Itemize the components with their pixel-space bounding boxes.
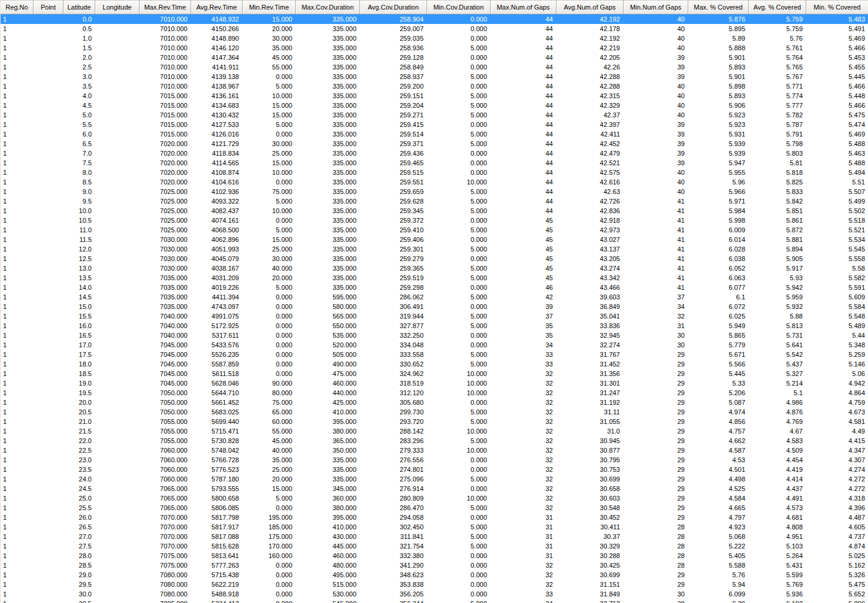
cell-max_cov_duration[interactable]: 535.000 xyxy=(296,331,360,340)
cell-latitude[interactable]: 14.5 xyxy=(63,292,95,302)
cell-avg_num_gaps[interactable]: 39.603 xyxy=(557,292,624,302)
cell-avg_rev_time[interactable]: 5800.658 xyxy=(191,493,243,503)
cell-max_pct_covered[interactable]: 4.923 xyxy=(688,522,749,532)
column-header-min_cov_duration[interactable]: Min.Cov.Duration xyxy=(427,0,491,14)
cell-max_cov_duration[interactable]: 335.000 xyxy=(296,465,360,474)
cell-avg_num_gaps[interactable]: 31.0 xyxy=(557,426,624,436)
cell-avg_pct_covered[interactable]: 5.777 xyxy=(749,101,806,110)
cell-min_pct_covered[interactable]: 5.584 xyxy=(806,302,868,311)
cell-min_num_gaps[interactable]: 29 xyxy=(624,407,688,417)
cell-min_rev_time[interactable]: 0.000 xyxy=(243,321,296,331)
cell-min_num_gaps[interactable]: 29 xyxy=(624,398,688,407)
cell-avg_num_gaps[interactable]: 30.603 xyxy=(557,493,624,503)
cell-min_cov_duration[interactable]: 0.000 xyxy=(427,254,491,263)
cell-longitude[interactable] xyxy=(95,522,140,532)
cell-avg_cov_duration[interactable]: 259.371 xyxy=(360,139,427,149)
cell-max_rev_time[interactable]: 7035.000 xyxy=(140,283,191,292)
cell-max_pct_covered[interactable]: 6.025 xyxy=(688,311,749,321)
cell-max_rev_time[interactable]: 7020.000 xyxy=(140,139,191,149)
cell-min_rev_time[interactable]: 75.000 xyxy=(243,398,296,407)
cell-reg_no[interactable]: 1 xyxy=(1,426,34,436)
cell-max_cov_duration[interactable]: 335.000 xyxy=(296,53,360,62)
cell-avg_rev_time[interactable]: 4139.138 xyxy=(191,72,243,81)
table-row[interactable]: 123.07060.0005766.72835.000335.000276.55… xyxy=(1,455,868,465)
cell-avg_rev_time[interactable]: 5817.798 xyxy=(191,513,243,522)
cell-reg_no[interactable]: 1 xyxy=(1,446,34,455)
cell-min_cov_duration[interactable]: 0.000 xyxy=(427,302,491,311)
cell-longitude[interactable] xyxy=(95,273,140,283)
cell-longitude[interactable] xyxy=(95,120,140,129)
cell-reg_no[interactable]: 1 xyxy=(1,91,34,101)
cell-avg_pct_covered[interactable]: 5.917 xyxy=(749,263,806,273)
cell-max_cov_duration[interactable]: 335.000 xyxy=(296,244,360,254)
cell-max_cov_duration[interactable]: 335.000 xyxy=(296,110,360,120)
table-row[interactable]: 119.57050.0005644.71080.000440.000312.12… xyxy=(1,388,868,398)
cell-avg_pct_covered[interactable]: 5.791 xyxy=(749,129,806,139)
cell-min_num_gaps[interactable]: 40 xyxy=(624,34,688,43)
table-row[interactable]: 124.07060.0005787.18020.000335.000275.09… xyxy=(1,474,868,484)
cell-avg_rev_time[interactable]: 5787.180 xyxy=(191,474,243,484)
cell-point[interactable] xyxy=(34,426,63,436)
cell-avg_rev_time[interactable]: 5715.471 xyxy=(191,426,243,436)
cell-longitude[interactable] xyxy=(95,340,140,350)
cell-min_cov_duration[interactable]: 0.000 xyxy=(427,168,491,177)
cell-latitude[interactable]: 6.5 xyxy=(63,139,95,149)
cell-point[interactable] xyxy=(34,263,63,273)
cell-max_pct_covered[interactable]: 5.222 xyxy=(688,541,749,551)
cell-avg_pct_covered[interactable]: 4.573 xyxy=(749,503,806,513)
cell-point[interactable] xyxy=(34,455,63,465)
cell-min_num_gaps[interactable]: 41 xyxy=(624,283,688,292)
cell-min_cov_duration[interactable]: 5.000 xyxy=(427,311,491,321)
cell-avg_num_gaps[interactable]: 30.425 xyxy=(557,560,624,570)
cell-min_pct_covered[interactable]: 5.06 xyxy=(806,369,868,378)
cell-max_rev_time[interactable]: 7080.000 xyxy=(140,570,191,580)
cell-avg_num_gaps[interactable]: 32.274 xyxy=(557,340,624,350)
cell-avg_num_gaps[interactable]: 31.849 xyxy=(557,589,624,599)
table-row[interactable]: 115.07035.0004743.0970.000580.000306.491… xyxy=(1,302,868,311)
cell-point[interactable] xyxy=(34,273,63,283)
cell-min_num_gaps[interactable]: 29 xyxy=(624,474,688,484)
cell-point[interactable] xyxy=(34,446,63,455)
cell-avg_rev_time[interactable]: 4019.226 xyxy=(191,283,243,292)
cell-avg_num_gaps[interactable]: 42.192 xyxy=(557,14,624,24)
cell-max_rev_time[interactable]: 7070.000 xyxy=(140,532,191,541)
cell-min_rev_time[interactable]: 25.000 xyxy=(243,465,296,474)
cell-max_pct_covered[interactable]: 6.052 xyxy=(688,263,749,273)
cell-max_num_gaps[interactable]: 42 xyxy=(491,292,557,302)
cell-min_cov_duration[interactable]: 0.000 xyxy=(427,53,491,62)
cell-min_pct_covered[interactable]: 4.274 xyxy=(806,465,868,474)
cell-avg_pct_covered[interactable]: 5.803 xyxy=(749,149,806,158)
cell-avg_rev_time[interactable]: 4118.834 xyxy=(191,149,243,158)
cell-point[interactable] xyxy=(34,120,63,129)
cell-max_rev_time[interactable]: 7045.000 xyxy=(140,378,191,388)
cell-min_pct_covered[interactable]: 4.318 xyxy=(806,493,868,503)
cell-avg_pct_covered[interactable]: 4.769 xyxy=(749,417,806,426)
cell-max_cov_duration[interactable]: 335.000 xyxy=(296,187,360,196)
cell-avg_pct_covered[interactable]: 4.986 xyxy=(749,398,806,407)
cell-avg_pct_covered[interactable]: 5.894 xyxy=(749,244,806,254)
cell-reg_no[interactable]: 1 xyxy=(1,599,34,603)
cell-max_pct_covered[interactable]: 5.984 xyxy=(688,206,749,216)
cell-avg_rev_time[interactable]: 4136.161 xyxy=(191,91,243,101)
cell-longitude[interactable] xyxy=(95,302,140,311)
cell-min_rev_time[interactable]: 25.000 xyxy=(243,244,296,254)
cell-min_rev_time[interactable]: 0.000 xyxy=(243,599,296,603)
cell-max_cov_duration[interactable]: 335.000 xyxy=(296,14,360,24)
cell-avg_pct_covered[interactable]: 4.491 xyxy=(749,493,806,503)
cell-avg_rev_time[interactable]: 4031.209 xyxy=(191,273,243,283)
cell-max_num_gaps[interactable]: 45 xyxy=(491,225,557,235)
cell-min_rev_time[interactable]: 185.000 xyxy=(243,522,296,532)
cell-min_rev_time[interactable]: 0.000 xyxy=(243,580,296,589)
cell-latitude[interactable]: 26.0 xyxy=(63,513,95,522)
cell-avg_rev_time[interactable]: 5715.438 xyxy=(191,570,243,580)
cell-min_cov_duration[interactable]: 5.000 xyxy=(427,350,491,359)
table-row[interactable]: 113.57035.0004031.20920.000335.000259.51… xyxy=(1,273,868,283)
cell-avg_pct_covered[interactable]: 4.509 xyxy=(749,446,806,455)
cell-max_cov_duration[interactable]: 565.000 xyxy=(296,311,360,321)
cell-min_pct_covered[interactable]: 5.348 xyxy=(806,340,868,350)
cell-avg_pct_covered[interactable]: 4.681 xyxy=(749,513,806,522)
cell-max_num_gaps[interactable]: 32 xyxy=(491,455,557,465)
cell-max_pct_covered[interactable]: 6.1 xyxy=(688,292,749,302)
cell-max_rev_time[interactable]: 7010.000 xyxy=(140,43,191,53)
cell-avg_pct_covered[interactable]: 5.93 xyxy=(749,273,806,283)
